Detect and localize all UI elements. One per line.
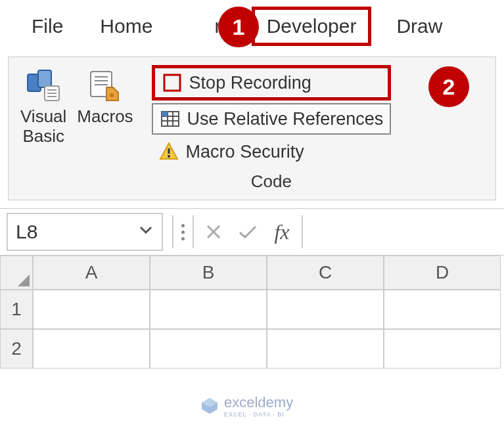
name-box[interactable]: L8	[7, 213, 163, 251]
cell[interactable]	[150, 329, 267, 368]
svg-rect-11	[164, 75, 180, 91]
watermark-text-group: exceldemy EXCEL · DATA · BI	[224, 394, 293, 418]
divider	[302, 215, 303, 248]
watermark: exceldemy EXCEL · DATA · BI	[200, 394, 293, 418]
ribbon-developer: VisualBasic Macros Stop Recording	[8, 56, 496, 200]
tab-developer[interactable]: Developer	[252, 7, 372, 46]
macro-security-icon	[158, 141, 179, 162]
row-header-2[interactable]: 2	[0, 329, 33, 368]
callout-1: 1	[218, 7, 259, 47]
fx-button[interactable]: fx	[265, 215, 299, 249]
col-header-c[interactable]: C	[267, 256, 384, 290]
formula-bar: L8 fx	[0, 208, 504, 256]
cell[interactable]	[267, 290, 384, 329]
use-relative-references-button[interactable]: Use Relative References	[152, 103, 392, 135]
cell[interactable]	[150, 290, 267, 329]
tab-file[interactable]: File	[20, 10, 75, 43]
divider	[193, 215, 194, 248]
svg-rect-17	[162, 112, 168, 116]
use-relative-label: Use Relative References	[187, 109, 384, 129]
cell[interactable]	[267, 329, 384, 368]
group-label-code: Code	[145, 171, 398, 192]
visual-basic-button[interactable]: VisualBasic	[18, 65, 69, 192]
grid-row: 1	[0, 290, 504, 329]
cell[interactable]	[33, 290, 150, 329]
stop-recording-label: Stop Recording	[189, 73, 311, 93]
macro-security-label: Macro Security	[186, 142, 304, 162]
tab-home[interactable]: Home	[88, 10, 164, 43]
chevron-down-icon[interactable]	[138, 221, 154, 242]
enter-button[interactable]	[231, 215, 265, 249]
col-header-a[interactable]: A	[33, 256, 150, 290]
cancel-icon	[204, 223, 223, 241]
macros-label: Macros	[77, 107, 133, 127]
check-icon	[237, 223, 258, 241]
cell[interactable]	[384, 329, 501, 368]
visual-basic-label: VisualBasic	[20, 107, 66, 146]
grid-row: 2	[0, 329, 504, 368]
svg-point-19	[168, 155, 170, 158]
macros-icon	[87, 68, 124, 103]
col-header-d[interactable]: D	[384, 256, 501, 290]
drag-handle-icon[interactable]	[176, 224, 190, 240]
cell[interactable]	[33, 329, 150, 368]
spreadsheet-grid: A B C D 1 2	[0, 256, 504, 368]
visual-basic-icon	[25, 68, 62, 103]
ribbon-large-buttons: VisualBasic Macros	[9, 65, 145, 192]
divider	[172, 215, 173, 248]
watermark-logo-icon	[200, 397, 219, 415]
row-header-1[interactable]: 1	[0, 290, 33, 329]
tab-draw[interactable]: Draw	[384, 10, 454, 43]
col-header-b[interactable]: B	[150, 256, 267, 290]
stop-recording-button[interactable]: Stop Recording	[152, 65, 392, 100]
watermark-sub: EXCEL · DATA · BI	[224, 411, 293, 418]
svg-point-10	[110, 93, 114, 97]
select-all-corner[interactable]	[0, 256, 33, 290]
ribbon-small-buttons: Stop Recording Use Relative References	[145, 65, 398, 166]
ribbon-tabs: File Home 1 rt Developer Draw	[0, 0, 504, 53]
macros-button[interactable]: Macros	[74, 65, 135, 192]
callout-2: 2	[428, 66, 469, 107]
cancel-button[interactable]	[196, 215, 231, 249]
macro-security-button[interactable]: Macro Security	[152, 137, 392, 166]
cell[interactable]	[384, 290, 501, 329]
column-headers: A B C D	[0, 256, 504, 290]
svg-rect-1	[38, 70, 51, 87]
name-box-value: L8	[16, 221, 138, 243]
stop-recording-icon	[162, 72, 183, 93]
relative-references-icon	[160, 108, 181, 129]
watermark-brand: exceldemy	[224, 394, 293, 411]
